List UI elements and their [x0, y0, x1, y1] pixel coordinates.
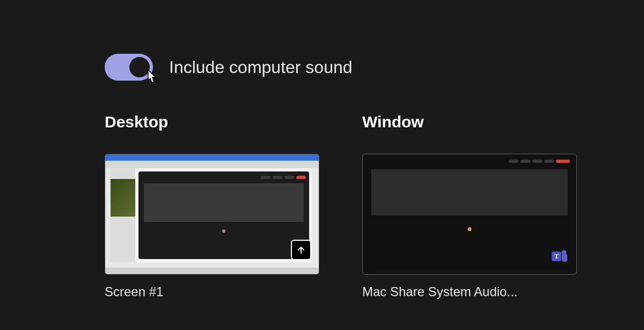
thumb-content [111, 168, 312, 262]
include-sound-row: Include computer sound [105, 54, 547, 81]
thumb-titlebar [105, 154, 319, 161]
include-sound-toggle[interactable] [105, 54, 153, 81]
thumb-video-area [371, 169, 568, 216]
window-heading: Window [362, 113, 577, 131]
teams-app-icon: T [551, 247, 569, 268]
thumb-sidebar-image [111, 179, 135, 217]
screen-1-thumbnail[interactable] [105, 154, 319, 275]
svg-text:T: T [554, 252, 559, 260]
thumb-main-area [138, 171, 309, 259]
window-1-thumbnail[interactable]: T [362, 154, 577, 275]
share-upload-icon [291, 240, 311, 260]
thumb-indicator-icon [468, 227, 472, 231]
desktop-column: Desktop [105, 113, 319, 299]
window-column: Window T [362, 113, 577, 299]
window-1-label: Mac Share System Audio... [362, 284, 577, 299]
desktop-heading: Desktop [105, 113, 319, 131]
thumb-browser-chrome [105, 161, 319, 168]
thumb-indicator-icon [222, 229, 225, 233]
toggle-knob [129, 57, 150, 77]
thumb-toolbar [142, 176, 306, 181]
thumb-sidebar [111, 168, 135, 262]
share-content-panel: Include computer sound Desktop [0, 0, 644, 326]
screen-1-label: Screen #1 [105, 284, 319, 299]
share-options-columns: Desktop [105, 113, 547, 299]
thumb-taskbar [105, 268, 319, 274]
thumb-video-area [144, 183, 304, 222]
thumb-toolbar [369, 160, 570, 165]
include-sound-label: Include computer sound [169, 58, 353, 77]
